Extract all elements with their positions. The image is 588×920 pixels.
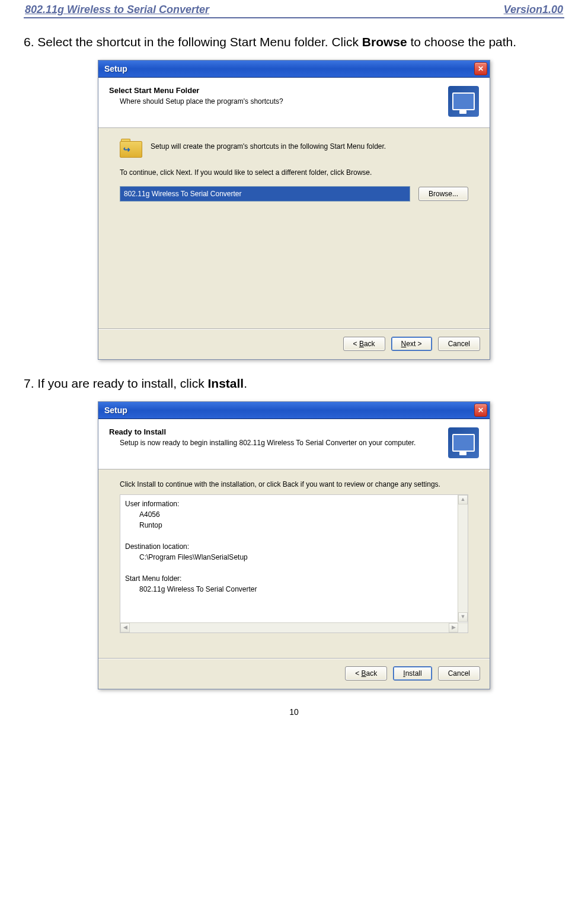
step-6-suffix: to choose the path. [407, 35, 516, 49]
back-button[interactable]: < Back [343, 337, 385, 351]
monitor-icon [452, 434, 475, 452]
dialog-header-text: Ready to Install Setup is now ready to b… [109, 427, 442, 447]
titlebar[interactable]: Setup ✕ [98, 402, 490, 419]
page-number: 10 [24, 707, 564, 717]
wizard-button-row: < Back Next > Cancel [98, 330, 490, 359]
shortcut-info-row: ↪ Setup will create the program's shortc… [120, 139, 468, 158]
continue-instruction: To continue, click Next. If you would li… [120, 168, 468, 177]
dialog-header-panel: Select Start Menu Folder Where should Se… [98, 78, 490, 128]
page-header: 802.11g Wireless to Serial Converter Ver… [24, 0, 564, 18]
scroll-down-icon[interactable]: ▼ [458, 612, 468, 622]
step-6-bold: Browse [362, 35, 407, 49]
install-instruction: Click Install to continue with the insta… [120, 480, 468, 488]
cancel-button[interactable]: Cancel [438, 337, 480, 351]
vertical-scrollbar[interactable]: ▲ ▼ [458, 495, 468, 622]
dialog-2-container: Setup ✕ Ready to Install Setup is now re… [24, 401, 564, 689]
horizontal-scrollbar[interactable]: ◀ ▶ [120, 622, 458, 632]
dialog-header-title: Select Start Menu Folder [109, 86, 442, 95]
back-button[interactable]: < Back [345, 666, 387, 681]
dialog-body: ↪ Setup will create the program's shortc… [98, 128, 490, 328]
step-7-bold: Install [207, 376, 244, 390]
titlebar[interactable]: Setup ✕ [98, 60, 490, 78]
close-icon[interactable]: ✕ [474, 404, 487, 417]
user-info-org: Runtop [125, 520, 463, 531]
back-mnemonic: B [362, 669, 366, 678]
user-info-heading: User information: [125, 499, 463, 509]
shortcut-info-text: Setup will create the program's shortcut… [151, 139, 386, 151]
next-mnemonic: N [401, 340, 407, 348]
startmenu-value: 802.11g Wireless To Serial Converter [125, 584, 463, 595]
setup-dialog-ready-install: Setup ✕ Ready to Install Setup is now re… [98, 401, 490, 689]
setup-dialog-start-menu: Setup ✕ Select Start Menu Folder Where s… [98, 60, 490, 360]
dialog-body: Click Install to continue with the insta… [98, 469, 490, 658]
cancel-button[interactable]: Cancel [438, 666, 480, 681]
next-button[interactable]: Next > [391, 337, 432, 351]
install-mnemonic: I [403, 669, 405, 678]
step-7-suffix: . [244, 376, 247, 390]
dialog-title: Setup [104, 64, 127, 74]
dialog-header-subtitle: Where should Setup place the program's s… [109, 97, 442, 106]
step-7-text: 7. If you are ready to install, click In… [24, 376, 564, 391]
dialog-header-title: Ready to Install [109, 427, 442, 436]
dialog-1-container: Setup ✕ Select Start Menu Folder Where s… [24, 60, 564, 360]
user-info-name: A4056 [125, 509, 463, 520]
step-7-prefix: 7. If you are ready to install, click [24, 376, 207, 390]
step-6-text: 6. Select the shortcut in the following … [24, 35, 564, 49]
document-page: 802.11g Wireless to Serial Converter Ver… [0, 0, 588, 740]
monitor-icon [452, 92, 475, 110]
scroll-right-icon[interactable]: ▶ [449, 623, 458, 632]
start-menu-folder-input[interactable] [120, 186, 410, 202]
dialog-header-text: Select Start Menu Folder Where should Se… [109, 86, 442, 106]
destination-heading: Destination location: [125, 541, 463, 552]
wizard-button-row: < Back Install Cancel [98, 659, 490, 689]
scroll-up-icon[interactable]: ▲ [458, 495, 468, 504]
scroll-left-icon[interactable]: ◀ [120, 623, 130, 632]
installer-icon [448, 427, 479, 458]
back-mnemonic: B [359, 340, 364, 348]
path-input-row: Browse... [120, 186, 468, 202]
dialog-header-panel: Ready to Install Setup is now ready to b… [98, 419, 490, 469]
dialog-title: Setup [104, 405, 127, 415]
browse-button[interactable]: Browse... [418, 187, 468, 201]
close-icon[interactable]: ✕ [474, 62, 487, 75]
header-product-name: 802.11g Wireless to Serial Converter [25, 4, 209, 16]
startmenu-heading: Start Menu folder: [125, 573, 463, 584]
installer-icon [448, 86, 479, 117]
folder-icon: ↪ [120, 139, 142, 158]
settings-review-box: User information: A4056 Runtop Destinati… [120, 494, 468, 633]
destination-path: C:\Program Files\WlanSerialSetup [125, 552, 463, 563]
step-6-prefix: 6. Select the shortcut in the following … [24, 35, 362, 49]
install-button[interactable]: Install [393, 666, 432, 681]
scroll-corner [458, 622, 468, 632]
dialog-header-subtitle: Setup is now ready to begin installing 8… [109, 439, 442, 447]
header-version: Version1.00 [504, 4, 563, 16]
